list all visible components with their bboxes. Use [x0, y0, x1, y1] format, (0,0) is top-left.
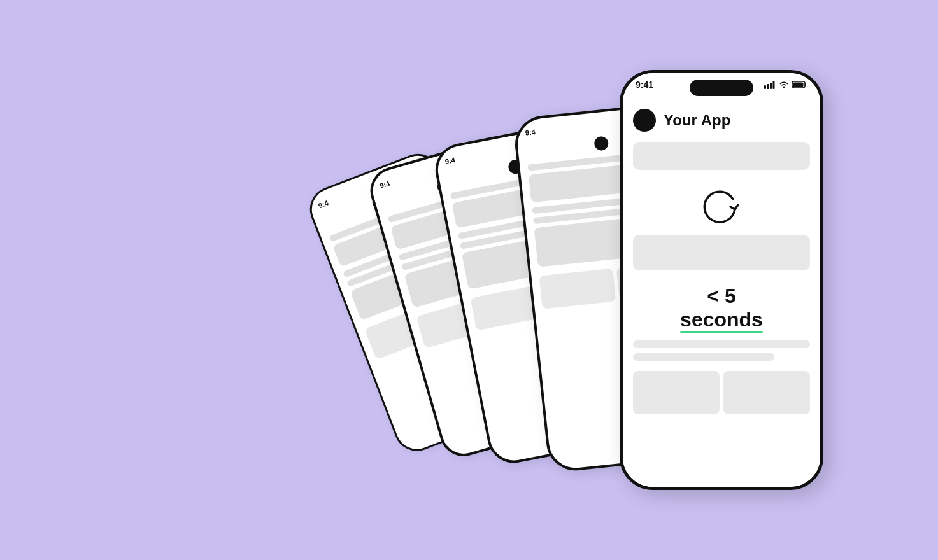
app-icon — [633, 109, 656, 132]
status-icons — [764, 81, 807, 89]
refresh-icon — [700, 186, 743, 230]
signal-icon — [764, 81, 776, 89]
grid-item-1 — [633, 371, 720, 414]
grid-item-2 — [723, 371, 810, 414]
svg-point-4 — [783, 87, 785, 88]
ghost-1-grid-item-1 — [539, 269, 616, 309]
status-time: 9:41 — [636, 80, 653, 90]
skeleton-lower-1 — [633, 340, 810, 348]
scene: 9:4 9:4 — [0, 0, 938, 560]
skeleton-mid-rect — [633, 235, 810, 270]
perf-time: < 5 — [633, 284, 810, 308]
svg-rect-3 — [773, 81, 775, 89]
skeleton-lower — [633, 340, 810, 368]
ghost-time-1: 9:4 — [525, 128, 536, 137]
ghost-time-3: 9:4 — [379, 179, 391, 190]
app-header: Your App — [633, 109, 810, 132]
svg-rect-6 — [793, 83, 804, 87]
skeleton-lower-2 — [633, 353, 774, 361]
ghost-time-4: 9:4 — [317, 199, 329, 209]
svg-rect-1 — [767, 84, 769, 89]
svg-rect-2 — [770, 83, 772, 89]
main-phone: 9:41 — [620, 70, 823, 490]
perf-text: < 5 seconds — [633, 284, 810, 332]
skeleton-top-bar — [633, 142, 810, 170]
ghost-app-icon-1 — [593, 136, 609, 151]
app-title: Your App — [664, 111, 730, 129]
dynamic-island — [690, 80, 753, 96]
svg-rect-0 — [764, 85, 766, 89]
battery-icon — [792, 81, 807, 88]
refresh-icon-container — [633, 186, 810, 230]
wifi-icon — [779, 81, 789, 88]
ghost-time-2: 9:4 — [444, 156, 456, 165]
perf-unit: seconds — [680, 308, 763, 331]
bottom-grid — [633, 371, 810, 414]
